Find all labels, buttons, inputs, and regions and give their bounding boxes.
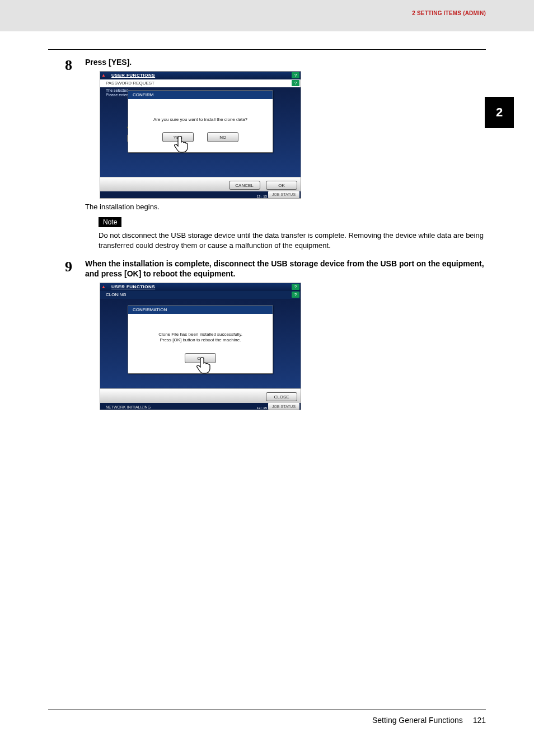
hand-cursor-icon [172, 134, 190, 154]
footer: Setting General Functions 121 [372, 716, 486, 725]
status-time: 13 : 15 [257, 406, 267, 410]
screen-title: USER FUNCTIONS [111, 73, 155, 78]
step-title: When the installation is complete, disco… [85, 259, 486, 280]
job-status-button[interactable]: JOB STATUS [268, 403, 299, 410]
no-button[interactable]: NO [207, 132, 238, 142]
hand-cursor-icon [195, 355, 213, 375]
cancel-button[interactable]: CANCEL [229, 181, 260, 190]
dialog-message: Are you sure you want to install the clo… [134, 117, 267, 122]
dialog-title: CONFIRMATION [128, 306, 273, 314]
status-time: 13 : 15 [257, 195, 267, 198]
job-status-button[interactable]: JOB STATUS [268, 191, 299, 198]
header-section-label: 2 SETTING ITEMS (ADMIN) [412, 10, 486, 16]
step-number: 8 [65, 57, 72, 74]
help-icon[interactable]: ? [292, 284, 299, 290]
screen-subtitle: PASSWORD REQUEST [106, 81, 154, 86]
dialog-message: Clone File has been installed successful… [134, 332, 267, 342]
bottom-rule [48, 710, 486, 710]
logo-icon: ▲ [101, 73, 106, 78]
help-icon[interactable]: ? [292, 80, 299, 86]
screen-title: USER FUNCTIONS [111, 284, 155, 289]
screen-subtitle: CLONING [106, 292, 126, 297]
step-number: 9 [65, 259, 72, 275]
logo-icon: ▲ [101, 284, 106, 289]
status-message: NETWORK INITIALIZING [106, 405, 151, 409]
footer-section-name: Setting General Functions [372, 716, 463, 725]
page-number: 121 [473, 716, 486, 725]
top-rule [48, 49, 486, 50]
chapter-side-tab: 2 [485, 97, 514, 128]
note-label: Note [99, 217, 121, 227]
close-button[interactable]: CLOSE [266, 392, 297, 401]
step-body-text: The installation begins. [85, 202, 486, 212]
screenshot-confirmation-ok: ▲ USER FUNCTIONS ? CLONING ? CONFIRMATIO… [100, 283, 301, 410]
help-icon[interactable]: ? [292, 292, 299, 298]
dialog-title: CONFIRM [128, 91, 273, 99]
help-icon[interactable]: ? [292, 72, 299, 78]
screenshot-confirm-dialog: ▲ USER FUNCTIONS ? PASSWORD REQUEST ? Th… [100, 71, 301, 199]
ok-button[interactable]: OK [266, 181, 297, 190]
hint-text: The selected Please enter [106, 88, 128, 97]
note-text: Do not disconnect the USB storage device… [99, 231, 486, 250]
step-title: Press [YES]. [85, 57, 486, 68]
